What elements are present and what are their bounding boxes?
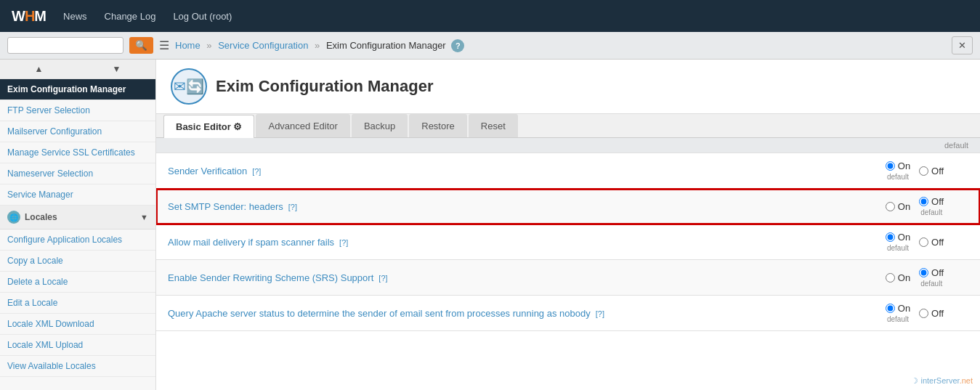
page-title: Exim Configuration Manager [216, 77, 433, 96]
page-icon: ✉🔄 [171, 68, 207, 105]
tab-advanced-editor[interactable]: Advanced Editor [256, 114, 349, 137]
table-header-label [156, 138, 849, 153]
breadcrumb-current: Exim Configuration Manager [326, 40, 446, 51]
on-radio-0[interactable] [886, 161, 895, 171]
config-label-text-3: Enable Sender Rewriting Scheme (SRS) Sup… [168, 272, 373, 283]
table-header-row: default [156, 138, 980, 153]
config-control-4: OndefaultOff [849, 296, 980, 331]
off-radio-1[interactable] [919, 197, 928, 206]
sidebar-arrow-down[interactable]: ▼ [78, 60, 155, 78]
search-button[interactable]: 🔍 [129, 37, 153, 54]
radio-group-2: OndefaultOff [861, 232, 968, 252]
help-question-2[interactable]: [?] [337, 238, 348, 247]
off-label-1: Off [931, 196, 944, 207]
tab-reset[interactable]: Reset [469, 114, 518, 137]
close-button[interactable]: ✕ [952, 36, 973, 54]
config-label-text-0: Sender Verification [168, 166, 247, 176]
off-radio-4[interactable] [919, 309, 928, 318]
off-default-3: default [920, 280, 942, 288]
sidebar-item-edit-locale[interactable]: Edit a Locale [0, 293, 155, 314]
config-label-text-4: Query Apache server status to determine … [168, 308, 591, 319]
search-input[interactable] [12, 40, 100, 51]
on-option-2: Ondefault [886, 232, 910, 252]
off-option-0: Off [919, 166, 944, 176]
off-label-0: Off [931, 166, 944, 176]
table-row: Sender Verification [?]OndefaultOff [156, 153, 980, 189]
sidebar-arrow-up[interactable]: ▲ [0, 60, 78, 78]
on-label-1: On [898, 201, 910, 212]
off-option-3: Offdefault [919, 267, 944, 288]
tab-restore[interactable]: Restore [409, 114, 467, 137]
on-option-1: On [886, 201, 910, 212]
sidebar-item-view-locales[interactable]: View Available Locales [0, 356, 155, 377]
help-question-1[interactable]: [?] [286, 203, 297, 211]
on-radio-1[interactable] [886, 202, 895, 211]
on-option-4: Ondefault [886, 303, 910, 323]
radio-group-3: OnOffdefault [861, 267, 968, 288]
config-table: default Sender Verification [?]Ondefault… [156, 138, 980, 331]
on-radio-4[interactable] [886, 304, 895, 313]
sidebar-item-nameserver[interactable]: Nameserver Selection [0, 163, 155, 184]
sidebar: ▲ ▼ Exim Configuration Manager FTP Serve… [0, 60, 156, 390]
tab-basic-editor[interactable]: Basic Editor ⚙ [163, 115, 254, 138]
config-control-2: OndefaultOff [849, 224, 980, 260]
off-radio-2[interactable] [919, 237, 928, 247]
on-label-3: On [898, 272, 910, 283]
table-row: Enable Sender Rewriting Scheme (SRS) Sup… [156, 260, 980, 296]
nav-logout[interactable]: Log Out (root) [173, 11, 232, 22]
breadcrumb: Home » Service Configuration » Exim Conf… [175, 39, 464, 52]
sidebar-item-ftp-server[interactable]: FTP Server Selection [0, 100, 155, 121]
sidebar-item-delete-locale[interactable]: Delete a Locale [0, 272, 155, 293]
on-label-2: On [898, 232, 910, 243]
tab-backup[interactable]: Backup [352, 114, 408, 137]
page-icon-letter: ✉🔄 [174, 78, 204, 95]
nav-news[interactable]: News [63, 11, 87, 22]
on-label-0: On [898, 161, 910, 171]
config-table-container: default Sender Verification [?]Ondefault… [156, 138, 980, 390]
sidebar-item-locale-xml-upload[interactable]: Locale XML Upload [0, 335, 155, 356]
config-label-text-1: Set SMTP Sender: headers [168, 201, 283, 212]
help-question-0[interactable]: [?] [250, 167, 261, 176]
off-label-3: Off [931, 267, 944, 278]
sidebar-item-exim-config[interactable]: Exim Configuration Manager [0, 79, 155, 100]
off-option-1: Offdefault [919, 196, 944, 216]
off-radio-3[interactable] [919, 268, 928, 277]
search-row: 🔍 ☰ Home » Service Configuration » Exim … [0, 32, 980, 60]
sidebar-item-mailserver[interactable]: Mailserver Configuration [0, 121, 155, 142]
nav-changelog[interactable]: Change Log [105, 11, 156, 22]
sidebar-locales-section[interactable]: 🌐 Locales ▼ [0, 206, 155, 229]
locales-chevron: ▼ [140, 213, 148, 222]
hamburger-icon[interactable]: ☰ [159, 38, 169, 52]
config-label-3: Enable Sender Rewriting Scheme (SRS) Sup… [156, 260, 849, 296]
off-label-4: Off [931, 308, 944, 319]
help-question-4[interactable]: [?] [594, 309, 604, 318]
sidebar-item-configure-locales[interactable]: Configure Application Locales [0, 229, 155, 251]
sidebar-item-locale-xml-download[interactable]: Locale XML Download [0, 314, 155, 335]
table-row: Allow mail delivery if spam scanner fail… [156, 224, 980, 260]
sidebar-item-copy-locale[interactable]: Copy a Locale [0, 251, 155, 272]
breadcrumb-home[interactable]: Home [175, 40, 201, 51]
on-option-0: Ondefault [886, 161, 910, 181]
off-option-4: Off [919, 308, 944, 319]
on-default-0: default [887, 173, 909, 181]
on-default-2: default [887, 244, 909, 252]
on-default-4: default [887, 315, 909, 323]
sidebar-item-service-manager[interactable]: Service Manager [0, 184, 155, 206]
breadcrumb-help-icon[interactable]: ? [451, 39, 464, 52]
config-label-0: Sender Verification [?] [156, 153, 849, 189]
locales-label: Locales [25, 212, 57, 222]
off-default-1: default [920, 208, 942, 216]
help-question-3[interactable]: [?] [376, 274, 387, 283]
off-radio-0[interactable] [919, 166, 928, 176]
on-radio-3[interactable] [886, 273, 895, 283]
tabs-bar: Basic Editor ⚙ Advanced Editor Backup Re… [156, 114, 980, 138]
sidebar-item-ssl-certs[interactable]: Manage Service SSL Certificates [0, 142, 155, 163]
config-label-4: Query Apache server status to determine … [156, 296, 849, 331]
on-radio-2[interactable] [886, 232, 895, 242]
locales-icon: 🌐 [7, 211, 20, 224]
top-navigation: WHM News Change Log Log Out (root) [0, 0, 980, 32]
table-row: Set SMTP Sender: headers [?]OnOffdefault [156, 189, 980, 224]
off-label-2: Off [931, 237, 944, 248]
breadcrumb-section[interactable]: Service Configuration [218, 40, 308, 51]
main-layout: ▲ ▼ Exim Configuration Manager FTP Serve… [0, 60, 980, 390]
